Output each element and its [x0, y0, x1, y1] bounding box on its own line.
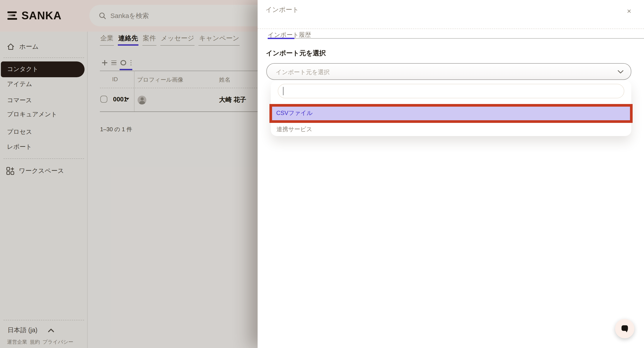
select-dropdown-panel: CSVファイル 連携サービス — [270, 80, 631, 136]
drawer-active-tab-indicator — [268, 38, 294, 39]
import-source-select[interactable]: インポート元を選択 — [266, 63, 631, 80]
drawer-tabs-baseline — [268, 38, 644, 39]
option-label: CSVファイル — [276, 109, 312, 117]
chat-widget-button[interactable] — [615, 319, 634, 338]
app-root: SANKA ホーム コンタクト アイテム コマース プロキュアメ — [0, 0, 644, 348]
chat-bubble-icon — [620, 324, 630, 333]
option-integration-service[interactable]: 連携サービス — [270, 123, 631, 136]
drawer-header-divider — [258, 29, 644, 29]
chevron-down-icon — [618, 70, 623, 74]
dropdown-search-input[interactable] — [278, 84, 624, 98]
drawer-tab-history[interactable]: 履歴 — [299, 31, 311, 39]
select-placeholder: インポート元を選択 — [276, 68, 330, 76]
import-drawer: インポート × インポート 履歴 インポート元を選択 インポート元を選択 CSV… — [258, 0, 644, 348]
close-icon[interactable]: × — [625, 7, 634, 16]
drawer-title: インポート — [266, 6, 299, 14]
option-csv-file-highlighted[interactable]: CSVファイル — [270, 104, 632, 123]
option-label: 連携サービス — [276, 125, 312, 133]
text-caret — [283, 87, 284, 95]
import-source-heading: インポート元を選択 — [266, 49, 326, 58]
